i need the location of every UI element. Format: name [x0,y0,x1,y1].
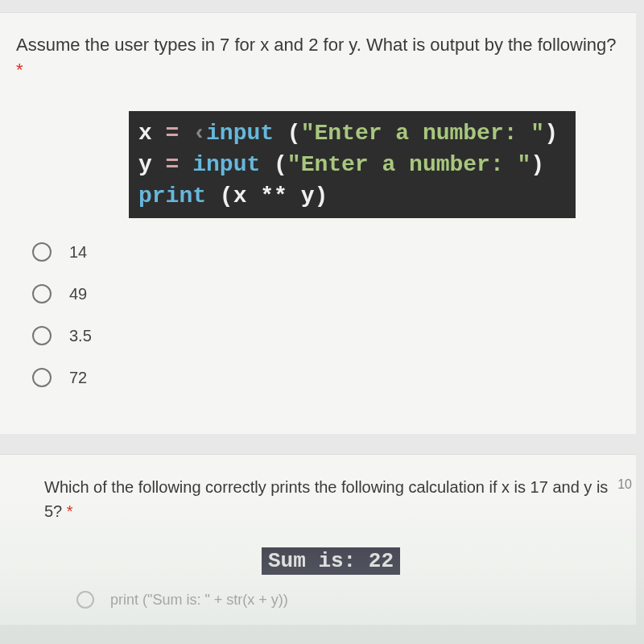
radio-icon[interactable] [32,326,52,345]
option-14[interactable]: 14 [32,242,620,262]
option-label: print ("Sum is: " + str(x + y)) [110,592,288,609]
radio-icon[interactable] [32,368,52,387]
question-1-card: Assume the user types in 7 for x and 2 f… [0,12,636,434]
option-label: 72 [69,369,87,387]
code-line-2: y = input ("Enter a number: ") [138,149,566,180]
radio-icon[interactable] [32,284,52,303]
required-asterisk: * [67,502,73,520]
question-2-card: 10 Which of the following correctly prin… [0,454,636,625]
option-49[interactable]: 49 [32,284,620,303]
question-1-text: Assume the user types in 7 for x and 2 f… [16,35,617,55]
option-3-5[interactable]: 3.5 [32,326,620,345]
option-label: 14 [69,243,87,262]
option-label: 49 [69,285,87,303]
answer-options: 14 49 3.5 72 [32,242,620,387]
question-points: 10 [617,477,632,492]
radio-icon[interactable] [76,591,94,609]
option-72[interactable]: 72 [32,368,620,387]
code-line-1: x = ‹input ("Enter a number: ") [138,118,566,149]
code-line-3: print (x ** y) [138,180,566,212]
expected-output: Sum is: 22 [262,547,400,575]
q2-option-1[interactable]: print ("Sum is: " + str(x + y)) [76,591,620,609]
question-2-prompt: Which of the following correctly prints … [44,475,620,523]
question-2-text: Which of the following correctly prints … [44,478,608,520]
required-asterisk: * [16,60,23,80]
code-snippet: x = ‹input ("Enter a number: ") y = inpu… [129,111,576,219]
option-label: 3.5 [69,327,92,345]
question-1-prompt: Assume the user types in 7 for x and 2 f… [16,33,620,83]
radio-icon[interactable] [32,242,52,262]
